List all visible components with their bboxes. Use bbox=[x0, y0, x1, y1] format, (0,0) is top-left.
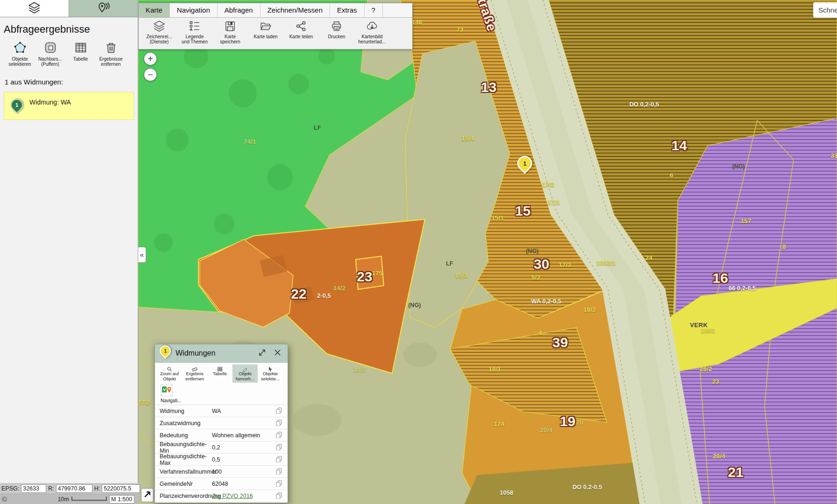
zoom-in-button[interactable]: + bbox=[144, 52, 157, 65]
popup-navigation-tool[interactable]: V Navigati... bbox=[155, 383, 288, 405]
trash-icon bbox=[96, 41, 126, 56]
sidebar-tool-table[interactable]: Tabelle bbox=[65, 41, 96, 67]
sidebar-tool-buffer[interactable]: Nachbars... (Puffern) bbox=[35, 41, 65, 67]
save-icon bbox=[212, 20, 248, 33]
table-icon bbox=[65, 41, 96, 56]
attribute-table: WidmungWAZusatzwidmungBedeutungWohnen al… bbox=[155, 405, 288, 502]
popup-tool-remove-result[interactable]: Ergebnis entfernen bbox=[182, 364, 207, 383]
coordinate-row: EPSG: R: H: bbox=[0, 483, 138, 494]
menu-tool-download[interactable]: Kartenbild herunterlad... bbox=[354, 20, 390, 44]
menu-tool-label: Drucken bbox=[319, 34, 354, 39]
menu-tab-bar: KarteNavigationAbfragenZeichnen/MessenEx… bbox=[139, 3, 412, 18]
map-scale-input[interactable] bbox=[109, 495, 134, 504]
h-label: H: bbox=[94, 485, 100, 492]
expand-icon bbox=[258, 351, 267, 358]
sidebar-tab-results[interactable] bbox=[69, 0, 138, 17]
copy-icon[interactable] bbox=[275, 443, 288, 452]
popup-header[interactable]: 1 Widmungen bbox=[155, 344, 288, 363]
copy-icon[interactable] bbox=[275, 419, 288, 427]
attribute-row-zusatzwidmung: Zusatzwidmung bbox=[155, 417, 288, 429]
folder-icon bbox=[248, 20, 283, 33]
attribute-row-widmung: WidmungWA bbox=[155, 405, 288, 417]
attribute-label: Verfahrensfallnummer bbox=[160, 469, 212, 475]
sidebar-tool-label: Tabelle bbox=[65, 56, 96, 62]
attribute-row-verfahrensfallnummer: Verfahrensfallnummer100 bbox=[155, 466, 288, 478]
quick-search-box[interactable]: Schne bbox=[813, 2, 837, 18]
attribute-row-gemeindenr: GemeindeNr62048 bbox=[155, 478, 288, 490]
attribute-value-link[interactable]: Zur PZVO 2016 bbox=[212, 493, 275, 499]
attribute-label: Widmung bbox=[160, 408, 212, 414]
copy-icon[interactable] bbox=[275, 480, 288, 488]
sidebar-tool-select-polygon[interactable]: Objekte selektieren bbox=[5, 41, 35, 67]
r-label: R: bbox=[48, 485, 54, 492]
attribute-value: 62048 bbox=[212, 481, 275, 487]
restore-panel-button[interactable] bbox=[141, 488, 154, 502]
menu-tool-label: Legende und Themen bbox=[177, 34, 212, 44]
attribute-value: WA bbox=[212, 408, 275, 414]
popup-tool-select-cursor[interactable]: Objekte selektie... bbox=[258, 364, 283, 383]
epsg-input[interactable] bbox=[21, 484, 46, 493]
attribute-row-bebauungsdichte-min: Bebauungsdichte-Min0,2 bbox=[155, 441, 288, 454]
attribute-row-planzeichenverordnung: PlanzeichenverordnungZur PZVO 2016 bbox=[155, 490, 288, 502]
popup-tool-highlight[interactable]: Objekt hervorh... bbox=[232, 364, 258, 383]
r-coordinate-input[interactable] bbox=[56, 484, 92, 493]
result-item-label: Widmung: WA bbox=[29, 98, 71, 106]
menu-tool-label: Zeichenrei... (Dienste) bbox=[141, 34, 177, 44]
menu-tab-zeichnenmessen[interactable]: Zeichnen/Messen bbox=[260, 3, 330, 17]
popup-expand-button[interactable] bbox=[257, 347, 267, 359]
popup-tool-label: Objekt hervorh... bbox=[232, 371, 258, 381]
menu-tab-karte[interactable]: Karte bbox=[139, 3, 170, 17]
menu-tab-navigation[interactable]: Navigation bbox=[170, 3, 218, 17]
popup-tool-zoom-object[interactable]: Zoom auf Objekt bbox=[157, 364, 182, 383]
map-pins-icon bbox=[97, 1, 110, 16]
popup-tool-bar: Zoom auf ObjektErgebnis entfernenTabelle… bbox=[155, 363, 288, 383]
copy-icon[interactable] bbox=[275, 407, 288, 415]
copy-icon[interactable] bbox=[275, 455, 288, 464]
legend-icon bbox=[177, 20, 212, 33]
result-pin-badge: 1 bbox=[8, 97, 26, 114]
scale-row: © 10m bbox=[0, 494, 138, 504]
popup-tool-mini-table[interactable]: Tabelle bbox=[207, 364, 232, 378]
sidebar-tool-trash[interactable]: Ergebnisse entfernen bbox=[96, 41, 126, 67]
result-list-item[interactable]: 1 Widmung: WA bbox=[4, 92, 134, 120]
copyright-icon: © bbox=[2, 495, 7, 503]
menu-tool-print[interactable]: Drucken bbox=[319, 20, 354, 44]
navigation-tool-label: Navigati... bbox=[161, 398, 288, 403]
sidebar-tool-label: Nachbars... (Puffern) bbox=[35, 56, 65, 67]
menu-tool-legend[interactable]: Legende und Themen bbox=[177, 20, 212, 44]
epsg-label: EPSG: bbox=[1, 485, 19, 492]
page-title: Abfrageergebnisse bbox=[4, 23, 138, 35]
copy-icon[interactable] bbox=[275, 492, 288, 500]
statusbar: EPSG: R: H: © 10m bbox=[0, 483, 138, 504]
layers-icon bbox=[28, 1, 41, 16]
popup-tool-label: Zoom auf Objekt bbox=[157, 371, 182, 381]
menu-tab-?[interactable]: ? bbox=[365, 3, 383, 17]
attribute-value: Wohnen allgemein bbox=[212, 432, 275, 439]
sidebar-collapse-button[interactable]: « bbox=[138, 247, 146, 263]
menu-tool-folder[interactable]: Karte laden bbox=[248, 20, 283, 44]
h-coordinate-input[interactable] bbox=[102, 484, 140, 493]
map-result-pin-number: 1 bbox=[523, 160, 526, 167]
copy-icon[interactable] bbox=[275, 468, 288, 476]
attribute-label: Zusatzwidmung bbox=[160, 420, 212, 427]
menu-tool-save[interactable]: Karte speichern bbox=[212, 20, 248, 44]
copy-icon[interactable] bbox=[275, 431, 288, 440]
menu-tool-label: Karte teilen bbox=[283, 34, 319, 39]
sidebar-tab-layers[interactable] bbox=[0, 0, 69, 17]
menu-tab-abfragen[interactable]: Abfragen bbox=[218, 3, 260, 17]
buffer-icon bbox=[35, 41, 65, 56]
scalebar bbox=[71, 497, 107, 501]
menu-tool-layers[interactable]: Zeichenrei... (Dienste) bbox=[141, 20, 177, 44]
widmungen-popup: 1 Widmungen Zoom auf ObjektErgebnis entf… bbox=[155, 344, 288, 503]
menu-tab-extras[interactable]: Extras bbox=[330, 3, 365, 17]
print-icon bbox=[319, 20, 354, 33]
menu-tool-share[interactable]: Karte teilen bbox=[283, 20, 319, 44]
download-icon bbox=[354, 20, 390, 33]
attribute-row-bebauungsdichte-max: Bebauungsdichte-Max0,5 bbox=[155, 454, 288, 466]
popup-close-button[interactable] bbox=[272, 347, 283, 359]
svg-text:V: V bbox=[163, 387, 166, 392]
sidebar: Abfrageergebnisse Objekte selektierenNac… bbox=[0, 0, 138, 504]
arrow-ne-icon bbox=[142, 494, 152, 501]
popup-tool-label: Ergebnis entfernen bbox=[182, 371, 207, 381]
zoom-out-button[interactable]: − bbox=[144, 68, 157, 81]
